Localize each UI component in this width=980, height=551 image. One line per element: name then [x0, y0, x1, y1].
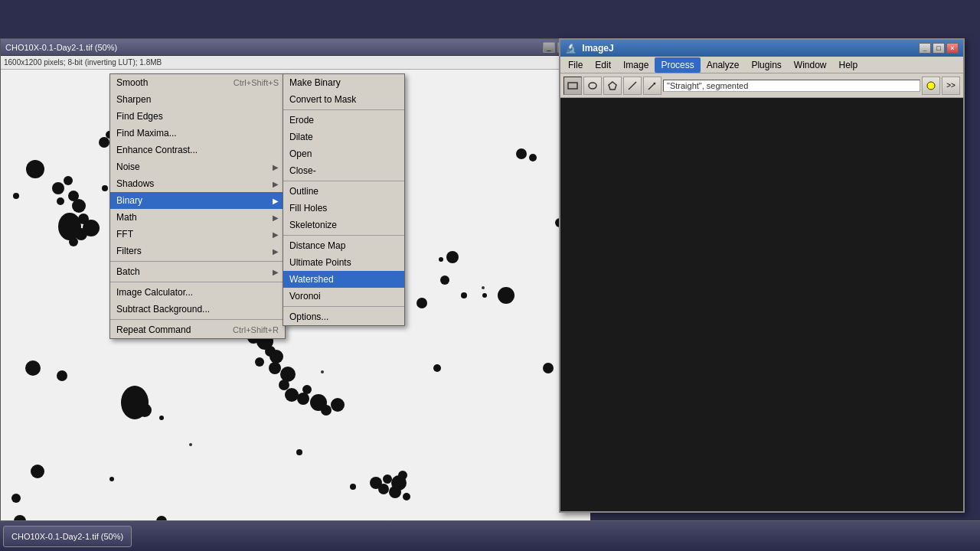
svg-point-74	[109, 477, 114, 481]
svg-point-47	[403, 493, 410, 500]
taskbar-item-image[interactable]: CHO10X-0.1-Day2-1.tif (50%)	[3, 526, 132, 547]
menu-process-find-maxima[interactable]: Find Maxima...	[110, 125, 285, 142]
svg-rect-83	[568, 83, 577, 89]
svg-point-3	[64, 176, 73, 185]
svg-point-51	[440, 276, 449, 285]
svg-point-73	[296, 449, 302, 455]
image-window-title: CHO10X-0.1-Day2-1.tif (50%)	[5, 43, 117, 52]
svg-point-12	[13, 193, 19, 199]
imagej-close-button[interactable]: ×	[946, 43, 959, 54]
imagej-title: ImageJ	[582, 43, 613, 54]
imagej-minimize-button[interactable]: _	[919, 43, 931, 54]
svg-point-76	[102, 185, 108, 191]
svg-point-14	[99, 137, 109, 148]
binary-distance-map[interactable]: Distance Map	[283, 237, 404, 254]
svg-point-1	[26, 160, 44, 178]
svg-point-54	[498, 287, 514, 304]
binary-erode[interactable]: Erode	[283, 112, 404, 129]
menu-process-sharpen[interactable]: Sharpen	[110, 91, 285, 108]
binary-separator-2	[283, 181, 404, 181]
binary-separator-3	[283, 235, 404, 236]
desktop: CHO10X-0.1-Day2-1.tif (50%) _ □ × 1600x1…	[0, 0, 980, 551]
menu-process-binary[interactable]: Binary ▶	[110, 192, 285, 209]
menu-process-batch[interactable]: Batch ▶	[110, 263, 285, 280]
status-text: 1600x1200 pixels; 8-bit (inverting LUT);…	[4, 58, 162, 67]
toolbar-selection-text: "Straight", segmented	[663, 80, 920, 92]
tool-rectangle[interactable]	[564, 77, 582, 95]
menu-process-filters[interactable]: Filters ▶	[110, 243, 285, 259]
binary-voronoi[interactable]: Voronoi	[283, 288, 404, 305]
menu-process-math[interactable]: Math ▶	[110, 209, 285, 226]
svg-point-43	[383, 474, 392, 484]
menu-process-noise[interactable]: Noise ▶	[110, 158, 285, 175]
tool-oval[interactable]	[583, 77, 602, 95]
svg-point-64	[11, 494, 21, 503]
svg-point-48	[350, 484, 356, 490]
tool-line[interactable]	[623, 77, 642, 95]
binary-convert-to-mask[interactable]: Convert to Mask	[283, 91, 404, 108]
binary-close[interactable]: Close-	[283, 162, 404, 179]
menu-separator-1	[110, 261, 285, 262]
tool-arrow[interactable]	[643, 77, 662, 95]
menu-process-fft[interactable]: FFT ▶	[110, 226, 285, 243]
binary-separator-1	[283, 109, 404, 110]
svg-point-49	[416, 298, 427, 308]
imagej-titlebar: 🔬 ImageJ _ □ ×	[560, 40, 963, 57]
svg-point-71	[439, 257, 443, 262]
svg-point-82	[58, 213, 81, 240]
minimize-button[interactable]: _	[543, 42, 555, 53]
binary-fill-holes[interactable]: Fill Holes	[283, 200, 404, 217]
svg-point-40	[331, 398, 345, 412]
tool-polygon[interactable]	[603, 77, 622, 95]
binary-outline[interactable]: Outline	[283, 183, 404, 200]
svg-marker-85	[609, 82, 616, 90]
menu-bar: File Edit Image Process Analyze Plugins …	[560, 57, 963, 73]
menu-process-image-calculator[interactable]: Image Calculator...	[110, 284, 285, 301]
binary-options[interactable]: Options...	[283, 308, 404, 325]
svg-point-84	[589, 83, 596, 89]
svg-point-34	[279, 380, 289, 390]
svg-point-56	[529, 154, 537, 161]
svg-point-2	[52, 182, 64, 194]
svg-point-36	[297, 393, 309, 405]
binary-open[interactable]: Open	[283, 145, 404, 162]
imagej-window-controls: _ □ ×	[919, 43, 959, 54]
svg-point-5	[57, 197, 64, 205]
svg-point-78	[321, 370, 324, 373]
menu-plugins[interactable]: Plugins	[745, 57, 787, 73]
menu-window[interactable]: Window	[788, 57, 833, 73]
menu-analyze[interactable]: Analyze	[701, 57, 746, 73]
menu-image[interactable]: Image	[617, 57, 655, 73]
binary-dilate[interactable]: Dilate	[283, 129, 404, 145]
menu-process-shadows[interactable]: Shadows ▶	[110, 175, 285, 192]
svg-point-39	[321, 405, 332, 416]
tool-color-picker[interactable]	[922, 77, 940, 95]
svg-point-46	[398, 471, 407, 480]
svg-point-33	[280, 367, 296, 382]
imagej-window: 🔬 ImageJ _ □ × File Edit Image Process	[559, 38, 965, 513]
menu-help[interactable]: Help	[833, 57, 864, 73]
menu-edit[interactable]: Edit	[589, 57, 617, 73]
svg-point-63	[31, 465, 44, 478]
svg-point-80	[189, 443, 192, 446]
menu-separator-3	[110, 319, 285, 320]
menu-file[interactable]: File	[562, 57, 589, 73]
svg-point-75	[159, 416, 164, 420]
svg-point-53	[461, 292, 467, 298]
binary-ultimate-points[interactable]: Ultimate Points	[283, 254, 404, 271]
menu-separator-2	[110, 282, 285, 282]
binary-skeletonize[interactable]: Skeletonize	[283, 217, 404, 233]
menu-process-repeat-command[interactable]: Repeat Command Ctrl+Shift+R	[110, 321, 285, 338]
menu-process[interactable]: Process	[655, 57, 700, 73]
tool-more[interactable]: >>	[942, 77, 960, 95]
menu-process-find-edges[interactable]: Find Edges	[110, 108, 285, 125]
imagej-maximize-button[interactable]: □	[933, 43, 945, 54]
menu-process-subtract-background[interactable]: Subtract Background...	[110, 301, 285, 318]
svg-point-37	[302, 385, 312, 394]
menu-process-smooth[interactable]: Smooth Ctrl+Shift+S	[110, 74, 285, 91]
binary-watershed[interactable]: Watershed	[283, 271, 404, 288]
menu-process-enhance-contrast[interactable]: Enhance Contrast...	[110, 142, 285, 158]
binary-make-binary[interactable]: Make Binary	[283, 74, 404, 91]
svg-point-58	[543, 363, 554, 373]
taskbar: CHO10X-0.1-Day2-1.tif (50%)	[0, 520, 980, 551]
